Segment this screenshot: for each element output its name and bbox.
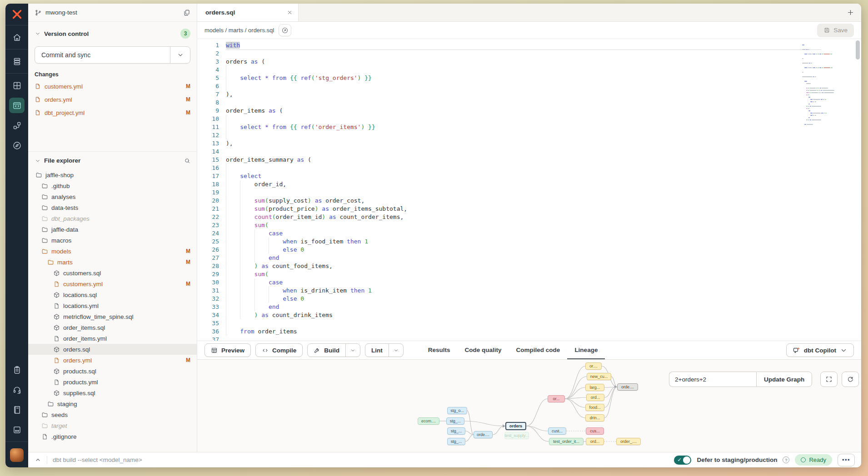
- rail-item-clipboard[interactable]: [9, 362, 25, 377]
- code-line-17[interactable]: 17select: [197, 172, 861, 180]
- breadcrumb[interactable]: models / marts / orders.sql: [205, 27, 274, 34]
- code-line-7[interactable]: 7),: [197, 90, 861, 99]
- tab-lineage[interactable]: Lineage: [567, 341, 605, 359]
- code-line-5[interactable]: 5select * from {{ ref('stg_orders') }}: [197, 74, 861, 82]
- save-button[interactable]: Save: [817, 24, 854, 37]
- tree-item-jaffle-data[interactable]: jaffle-data: [28, 224, 197, 235]
- tree-item-data-tests[interactable]: data-tests: [28, 202, 197, 213]
- tree-item-orders.yml[interactable]: orders.ymlM: [28, 355, 197, 366]
- lineage-node-y_food[interactable]: food...: [585, 404, 604, 411]
- code-line-15[interactable]: 15order_items_summary as (: [197, 156, 861, 164]
- code-line-24[interactable]: 24case: [197, 229, 861, 238]
- code-line-14[interactable]: 14: [197, 148, 861, 156]
- commit-and-sync-button[interactable]: Commit and sync: [35, 46, 190, 64]
- code-line-28[interactable]: 28) as count_food_items,: [197, 262, 861, 270]
- search-icon[interactable]: [184, 158, 190, 164]
- tree-item-metricflow_time_spine.sql[interactable]: metricflow_time_spine.sql: [28, 311, 197, 322]
- code-line-25[interactable]: 25when is_food_item then 1: [197, 238, 861, 246]
- code-line-32[interactable]: 32else 0: [197, 295, 861, 303]
- tree-item-products.yml[interactable]: products.yml: [28, 377, 197, 387]
- lineage-node-orde_b[interactable]: orde....: [474, 431, 493, 438]
- lineage-node-y_drin[interactable]: drin...: [585, 414, 604, 421]
- tab-orders-sql[interactable]: orders.sql: [197, 4, 299, 21]
- rail-item-stack[interactable]: [9, 54, 25, 69]
- tree-item-staging[interactable]: staging: [28, 398, 197, 409]
- lineage-node-stg3[interactable]: stg_...: [447, 438, 465, 445]
- code-line-22[interactable]: 22count(order_item_id) as count_order_it…: [197, 213, 861, 221]
- tree-item-customers.yml[interactable]: customers.ymlM: [28, 278, 197, 289]
- lineage-node-y_larg[interactable]: larg...: [585, 384, 604, 391]
- lineage-node-y_or[interactable]: or....: [585, 362, 602, 370]
- commit-dropdown-toggle[interactable]: [170, 47, 190, 63]
- code-line-33[interactable]: 33end: [197, 303, 861, 311]
- preview-button[interactable]: Preview: [205, 343, 251, 357]
- tree-item-locations.yml[interactable]: locations.yml: [28, 300, 197, 311]
- tree-item-marts[interactable]: martsM: [28, 257, 197, 268]
- new-tab-button[interactable]: [839, 4, 861, 21]
- lineage-node-y_newcu[interactable]: new_cu...: [587, 373, 611, 380]
- editor-scrollbar[interactable]: [856, 40, 860, 60]
- tree-item-macros[interactable]: macros: [28, 235, 197, 246]
- fullscreen-button[interactable]: [820, 372, 838, 387]
- expand-command-bar-icon[interactable]: [35, 456, 41, 463]
- code-line-12[interactable]: 12: [197, 131, 861, 139]
- lineage-node-or_pink[interactable]: or...: [548, 395, 565, 402]
- tree-item-jaffle-shop[interactable]: jaffle-shop: [28, 169, 197, 180]
- code-line-30[interactable]: 30case: [197, 278, 861, 287]
- build-button[interactable]: Build: [307, 343, 360, 357]
- file-explorer-header[interactable]: File explorer: [28, 157, 197, 164]
- code-line-2[interactable]: 2: [197, 50, 861, 58]
- code-line-16[interactable]: 16: [197, 164, 861, 172]
- code-line-26[interactable]: 26else 0: [197, 246, 861, 254]
- rail-item-book[interactable]: [9, 402, 25, 417]
- rail-item-home[interactable]: [9, 30, 25, 45]
- code-line-35[interactable]: 35: [197, 319, 861, 327]
- lineage-node-stgo[interactable]: stg_o...: [447, 407, 467, 414]
- lineage-node-test_supply[interactable]: test_supply...: [504, 432, 529, 439]
- lineage-node-orde_gray[interactable]: orde....: [617, 383, 638, 391]
- changed-file-orders.yml[interactable]: orders.ymlM: [35, 95, 190, 104]
- tab-compiled-code[interactable]: Compiled code: [509, 341, 568, 359]
- lineage-node-y_order2[interactable]: order_....: [616, 438, 641, 445]
- user-avatar[interactable]: [10, 448, 24, 462]
- lineage-node-y_ord1[interactable]: ord...: [586, 394, 604, 401]
- lineage-node-stg2[interactable]: stg_...: [447, 427, 465, 435]
- code-line-36[interactable]: 36from order_items: [197, 327, 861, 336]
- rail-item-grid[interactable]: [9, 78, 25, 93]
- code-line-21[interactable]: 21sum(product_price) as order_items_subt…: [197, 205, 861, 213]
- tree-item-.gitignore[interactable]: .gitignore: [28, 431, 197, 442]
- tree-item-customers.sql[interactable]: customers.sql: [28, 268, 197, 278]
- open-in-lineage-button[interactable]: [279, 24, 291, 36]
- status-badge[interactable]: Ready: [795, 454, 832, 466]
- help-icon[interactable]: ?: [783, 456, 789, 463]
- code-line-18[interactable]: 18order_id,: [197, 180, 861, 188]
- dbt-logo-icon[interactable]: [5, 4, 28, 25]
- lineage-node-cus_pink[interactable]: cus...: [586, 427, 604, 435]
- lineage-filter-input[interactable]: [669, 372, 756, 387]
- code-line-13[interactable]: 13),: [197, 139, 861, 148]
- more-options-button[interactable]: •••: [838, 454, 855, 466]
- code-line-23[interactable]: 23sum(: [197, 221, 861, 229]
- code-line-31[interactable]: 31when is_drink_item then 1: [197, 287, 861, 295]
- rail-item-compass[interactable]: [9, 138, 25, 153]
- tree-item-supplies.sql[interactable]: supplies.sql: [28, 387, 197, 398]
- branch-name[interactable]: mwong-test: [45, 9, 77, 16]
- lineage-node-stg1[interactable]: stg_...: [446, 417, 464, 425]
- tree-item-analyses[interactable]: analyses: [28, 191, 197, 202]
- code-line-1[interactable]: 1with: [197, 41, 861, 50]
- code-line-10[interactable]: 10: [197, 115, 861, 123]
- rail-item-flow[interactable]: [9, 118, 25, 133]
- code-line-27[interactable]: 27end: [197, 254, 861, 262]
- tree-item-seeds[interactable]: seeds: [28, 409, 197, 420]
- refresh-graph-button[interactable]: [842, 372, 859, 387]
- tree-item-locations.sql[interactable]: locations.sql: [28, 289, 197, 300]
- tree-item-dbt_packages[interactable]: dbt_packages: [28, 213, 197, 224]
- tree-item-orders.sql[interactable]: orders.sql: [28, 344, 197, 355]
- code-line-6[interactable]: 6: [197, 82, 861, 90]
- build-dropdown-toggle[interactable]: [345, 344, 360, 357]
- update-graph-button[interactable]: Update Graph: [756, 372, 812, 387]
- changed-file-dbt_project.yml[interactable]: dbt_project.ymlM: [35, 108, 190, 117]
- lineage-node-y_ord2[interactable]: ord...: [586, 438, 604, 445]
- rail-item-headset[interactable]: [9, 382, 25, 397]
- lineage-node-ecom[interactable]: ecom....: [418, 417, 439, 425]
